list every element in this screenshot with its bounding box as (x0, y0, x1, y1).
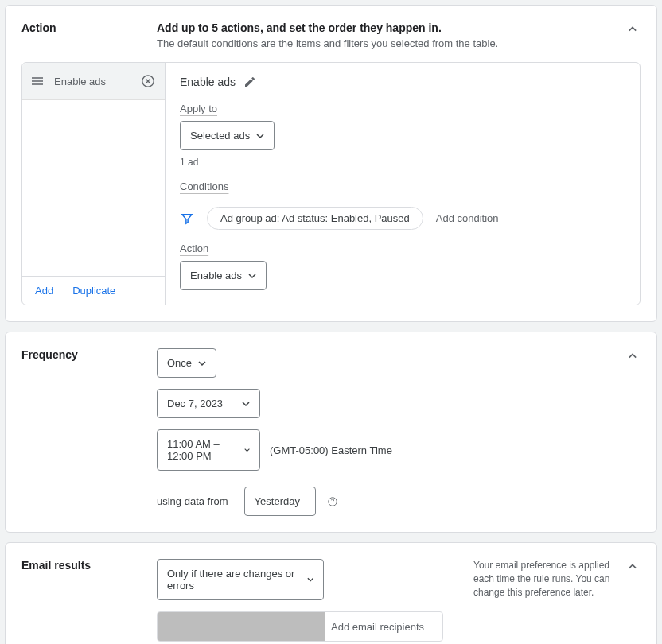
data-from-value: Yesterday (255, 495, 300, 507)
add-action-button[interactable]: Add (35, 285, 53, 297)
action-name: Enable ads (180, 76, 236, 88)
dropdown-icon (198, 359, 206, 367)
email-option-value: Only if there are changes or errors (167, 568, 301, 592)
email-recipients-input[interactable]: Add email recipients (157, 611, 443, 642)
chevron-up-icon[interactable] (625, 348, 641, 364)
time-range-select[interactable]: 11:00 AM – 12:00 PM (157, 429, 260, 471)
date-select[interactable]: Dec 7, 2023 (157, 389, 260, 418)
action-list-item[interactable]: Enable ads (22, 63, 165, 100)
action-detail-pane: Enable ads Apply to Selected ads 1 ad Co… (166, 63, 640, 305)
timezone-label: (GMT-05:00) Eastern Time (270, 444, 392, 456)
action-type-label: Action (180, 242, 208, 254)
action-list-footer: Add Duplicate (22, 276, 165, 305)
data-from-select[interactable]: Yesterday (244, 487, 316, 516)
edit-name-icon[interactable] (243, 76, 256, 88)
email-recipients-placeholder: Add email recipients (325, 621, 424, 633)
action-section-label: Action (21, 21, 157, 34)
dropdown-icon (256, 132, 264, 140)
conditions-label: Conditions (180, 180, 228, 192)
email-help-text: Your email preference is applied each ti… (473, 559, 617, 599)
action-editor-pane: Enable ads Add Duplicate Enable ads Appl… (21, 62, 641, 305)
apply-to-label: Apply to (180, 103, 217, 114)
action-list-sidebar: Enable ads Add Duplicate (22, 63, 166, 305)
frequency-section-label: Frequency (21, 348, 157, 361)
apply-to-select[interactable]: Selected ads (180, 121, 275, 150)
apply-to-count: 1 ad (180, 157, 625, 168)
time-range-value: 11:00 AM – 12:00 PM (167, 438, 238, 462)
help-icon[interactable] (327, 496, 338, 507)
email-section-label: Email results (21, 559, 157, 572)
dropdown-icon (244, 446, 250, 454)
action-section-subtitle: The default conditions are the items and… (157, 37, 625, 49)
action-list-item-label: Enable ads (54, 76, 141, 87)
chevron-up-icon[interactable] (625, 559, 641, 575)
dropdown-icon (242, 400, 250, 408)
frequency-value: Once (167, 357, 192, 369)
email-recipient-chip[interactable] (158, 612, 325, 641)
dropdown-icon (248, 272, 256, 280)
date-value: Dec 7, 2023 (167, 398, 223, 409)
chevron-up-icon[interactable] (625, 21, 641, 37)
action-type-value: Enable ads (190, 270, 242, 281)
frequency-section: Frequency Once Dec 7, 2023 11:00 AM – 12… (5, 332, 657, 533)
action-type-select[interactable]: Enable ads (180, 261, 267, 290)
email-results-section: Email results Only if there are changes … (5, 542, 657, 644)
using-data-from-label: using data from (157, 495, 228, 507)
duplicate-action-button[interactable]: Duplicate (72, 285, 115, 297)
frequency-select[interactable]: Once (157, 348, 216, 378)
remove-action-icon[interactable] (141, 74, 155, 88)
dropdown-icon (307, 576, 313, 584)
action-section-title: Add up to 5 actions, and set the order t… (157, 21, 625, 34)
apply-to-value: Selected ads (190, 130, 250, 142)
condition-pill[interactable]: Ad group ad: Ad status: Enabled, Paused (207, 207, 423, 230)
add-condition-button[interactable]: Add condition (436, 212, 499, 224)
drag-handle-icon[interactable] (32, 77, 43, 85)
action-section: Action Add up to 5 actions, and set the … (5, 5, 657, 322)
email-option-select[interactable]: Only if there are changes or errors (157, 559, 324, 600)
filter-icon[interactable] (180, 211, 194, 226)
